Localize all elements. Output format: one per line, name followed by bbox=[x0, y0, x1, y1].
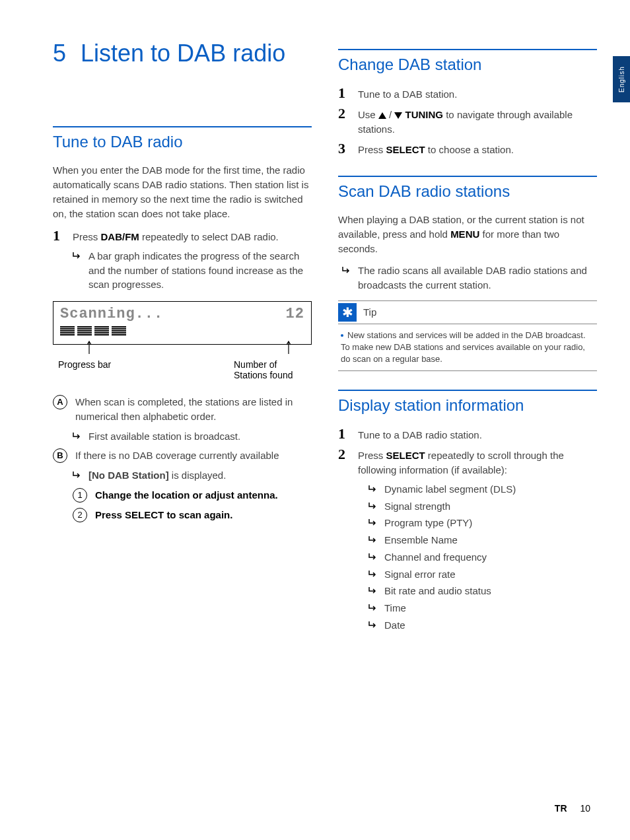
info-item: Signal error rate bbox=[368, 567, 597, 582]
info-text: Signal strength bbox=[384, 499, 450, 514]
letter-marker: B bbox=[53, 448, 67, 463]
pointer-arrow-icon bbox=[86, 339, 92, 356]
step-1: 1 Press DAB/FM repeatedly to select DAB … bbox=[53, 228, 312, 245]
section-intro: When playing a DAB station, or the curre… bbox=[338, 213, 597, 256]
result-item: A bar graph indicates the progress of th… bbox=[73, 249, 312, 292]
arrow-icon bbox=[368, 516, 378, 530]
section-rule bbox=[53, 126, 312, 127]
arrow-icon bbox=[368, 482, 378, 497]
section-change: Change DAB station 1Tune to a DAB statio… bbox=[338, 49, 597, 157]
info-text: Bit rate and audio status bbox=[384, 584, 491, 598]
section-title: Display station information bbox=[338, 396, 597, 415]
step-3: 3Press SELECT to choose a station. bbox=[338, 141, 597, 158]
page-footer: TR 10 bbox=[555, 803, 590, 814]
arrow-icon bbox=[368, 584, 378, 598]
section-intro: When you enter the DAB mode for the firs… bbox=[53, 163, 312, 221]
outcome-b: B If there is no DAB coverage currently … bbox=[53, 448, 312, 463]
info-item: Signal strength bbox=[368, 499, 597, 514]
number-marker: 1 bbox=[73, 488, 87, 503]
outcome-a: A When scan is completed, the stations a… bbox=[53, 395, 312, 424]
step-1: 1Tune to a DAB radio station. bbox=[338, 427, 597, 443]
substep-text: Press SELECT to scan again. bbox=[95, 508, 232, 522]
info-item: Ensemble Name bbox=[368, 533, 597, 547]
info-item: Program type (PTY) bbox=[368, 516, 597, 530]
label-progress: Progress bar bbox=[58, 359, 111, 380]
info-item: Channel and frequency bbox=[368, 550, 597, 565]
arrow-icon bbox=[368, 618, 378, 633]
outcome-text: If there is no DAB coverage currently av… bbox=[75, 448, 279, 463]
step-text: Tune to a DAB radio station. bbox=[358, 427, 482, 443]
section-rule bbox=[338, 176, 597, 177]
info-text: Channel and frequency bbox=[384, 550, 487, 565]
info-text: Signal error rate bbox=[384, 567, 456, 582]
info-item: Time bbox=[368, 601, 597, 615]
number-marker: 2 bbox=[73, 508, 87, 522]
arrow-icon bbox=[368, 567, 378, 582]
chapter-title: Listen to DAB radio bbox=[81, 40, 285, 67]
arrow-icon bbox=[368, 550, 378, 565]
step-text: Tune to a DAB station. bbox=[358, 86, 457, 102]
step-2: 2Press SELECT repeatedly to scroll throu… bbox=[338, 447, 597, 478]
step-text: Use / TUNING to navigate through availab… bbox=[358, 106, 597, 137]
section-display: Display station information 1Tune to a D… bbox=[338, 390, 597, 632]
arrow-icon bbox=[368, 533, 378, 547]
section-tune: Tune to DAB radio When you enter the DAB… bbox=[53, 126, 312, 522]
arrow-icon bbox=[342, 263, 351, 293]
step-text: Press SELECT repeatedly to scroll throug… bbox=[358, 447, 597, 478]
left-column: 5 Listen to DAB radio Tune to DAB radio … bbox=[53, 40, 312, 651]
section-title: Change DAB station bbox=[338, 55, 597, 74]
info-text: Program type (PTY) bbox=[384, 516, 472, 530]
info-list: Dynamic label segment (DLS)Signal streng… bbox=[338, 482, 597, 633]
outcome-text: When scan is completed, the stations are… bbox=[75, 395, 312, 424]
info-item: Date bbox=[368, 618, 597, 633]
step-number: 1 bbox=[338, 86, 350, 102]
chapter-number: 5 bbox=[53, 40, 66, 67]
step-text: Press DAB/FM repeatedly to select DAB ra… bbox=[73, 228, 279, 245]
tip-icon: ✱ bbox=[338, 303, 357, 322]
info-text: Dynamic label segment (DLS) bbox=[384, 482, 516, 497]
triangle-down-icon bbox=[394, 112, 402, 119]
step-2: 2Use / TUNING to navigate through availa… bbox=[338, 106, 597, 137]
section-scan: Scan DAB radio stations When playing a D… bbox=[338, 176, 597, 371]
lcd-progress-bar bbox=[60, 326, 304, 335]
step-number: 1 bbox=[53, 228, 65, 245]
tip-title: Tip bbox=[363, 306, 376, 318]
info-text: Time bbox=[384, 601, 406, 615]
step-number: 2 bbox=[338, 106, 350, 137]
step-number: 3 bbox=[338, 141, 350, 158]
lcd-scanning-text: Scanning... bbox=[60, 306, 163, 322]
result-item: First available station is broadcast. bbox=[73, 429, 312, 444]
footer-page: 10 bbox=[580, 803, 590, 814]
section-title: Scan DAB radio stations bbox=[338, 182, 597, 201]
page-content: 5 Listen to DAB radio Tune to DAB radio … bbox=[0, 0, 630, 671]
step-number: 2 bbox=[338, 447, 350, 478]
step-1: 1Tune to a DAB station. bbox=[338, 86, 597, 102]
result-item: The radio scans all available DAB radio … bbox=[342, 263, 597, 293]
result-text: A bar graph indicates the progress of th… bbox=[88, 249, 312, 292]
lcd-count: 12 bbox=[286, 306, 304, 322]
section-rule bbox=[338, 390, 597, 391]
chapter-heading: 5 Listen to DAB radio bbox=[53, 40, 312, 67]
lcd-figure: Scanning... 12 Progress bar Number of St… bbox=[53, 301, 312, 380]
tip-box: ✱ Tip New stations and services will be … bbox=[338, 300, 597, 372]
label-found: Number of Stations found bbox=[234, 359, 306, 380]
right-column: Change DAB station 1Tune to a DAB statio… bbox=[338, 40, 597, 651]
result-text: [No DAB Station] is displayed. bbox=[88, 468, 226, 483]
info-text: Date bbox=[384, 618, 405, 633]
arrow-icon bbox=[73, 249, 82, 292]
result-text: The radio scans all available DAB radio … bbox=[358, 263, 597, 293]
step-number: 1 bbox=[338, 427, 350, 443]
substep-text: Change the location or adjust antenna. bbox=[95, 488, 278, 503]
arrow-icon bbox=[73, 429, 82, 444]
result-text: First available station is broadcast. bbox=[88, 429, 240, 444]
result-item: [No DAB Station] is displayed. bbox=[73, 468, 312, 483]
substep-2: 2 Press SELECT to scan again. bbox=[73, 508, 312, 522]
arrow-icon bbox=[73, 468, 82, 483]
language-tab: English bbox=[613, 56, 630, 102]
step-text: Press SELECT to choose a station. bbox=[358, 141, 514, 158]
info-item: Dynamic label segment (DLS) bbox=[368, 482, 597, 497]
tip-body: New stations and services will be added … bbox=[338, 324, 597, 372]
lcd-display: Scanning... 12 bbox=[53, 301, 312, 345]
arrow-icon bbox=[368, 499, 378, 514]
triangle-up-icon bbox=[378, 112, 386, 119]
